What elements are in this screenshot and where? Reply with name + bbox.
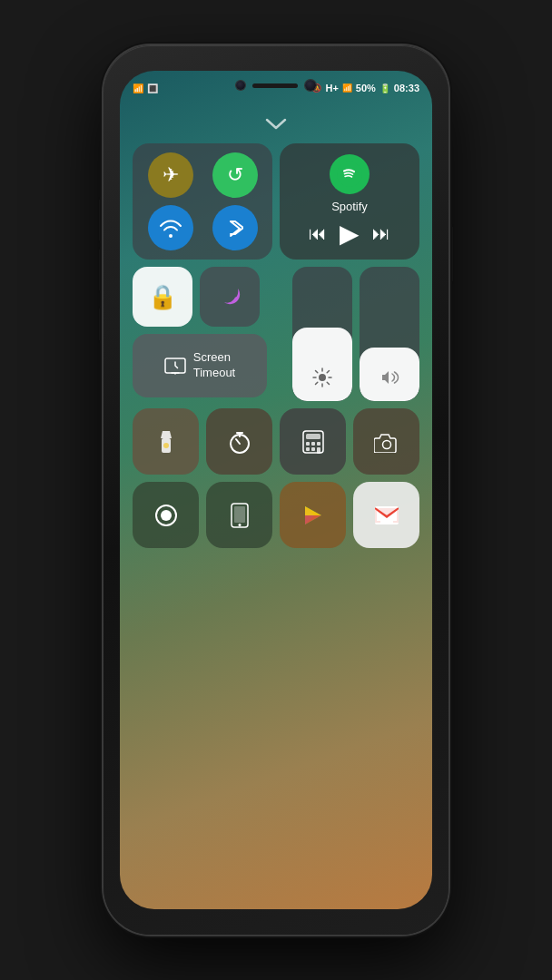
- lock-rotation-icon: 🔒: [148, 283, 177, 311]
- smart-view-button[interactable]: [206, 482, 272, 548]
- screen-timeout-button[interactable]: Screen Timeout: [133, 334, 267, 397]
- play-store-button[interactable]: [280, 482, 346, 548]
- svg-rect-17: [311, 442, 315, 446]
- screen-record-button[interactable]: [133, 482, 199, 548]
- svg-line-8: [327, 382, 329, 384]
- svg-rect-18: [317, 442, 320, 446]
- bottom-row-1: [133, 408, 419, 475]
- screen-timeout-icon: [164, 357, 186, 375]
- bluetooth-toggle-button[interactable]: [212, 205, 258, 250]
- middle-left: 🔒: [133, 267, 267, 401]
- clock: 08:33: [394, 83, 419, 93]
- rotation-lock-button[interactable]: ↺: [212, 152, 258, 198]
- spotify-logo: [330, 154, 370, 194]
- svg-line-7: [316, 371, 318, 373]
- phone-frame: 📶 🔳 🔕 H+ 📶 50% 🔋 08:33: [104, 45, 448, 935]
- gmail-icon: [375, 506, 399, 524]
- calculator-icon: [301, 429, 325, 455]
- spotify-widget[interactable]: Spotify ⏮ ▶ ⏭: [280, 143, 419, 260]
- rotate-icon: ↺: [227, 163, 243, 187]
- screen-timeout-row: Screen Timeout: [133, 334, 267, 397]
- battery-icon: 🔋: [380, 83, 390, 93]
- screen-timeout-text-line2: Timeout: [193, 366, 235, 381]
- slider-section: [292, 267, 419, 401]
- middle-section: 🔒: [133, 267, 419, 401]
- wifi-status-icon: 🔳: [147, 83, 158, 93]
- camera-icon: [374, 431, 399, 453]
- top-section: ✈ ↺: [133, 143, 419, 260]
- do-not-disturb-button[interactable]: [200, 267, 260, 327]
- phone-screen-icon: [230, 503, 250, 528]
- screen: 📶 🔳 🔕 H+ 📶 50% 🔋 08:33: [120, 71, 432, 909]
- screen-timeout-text-line1: Screen: [193, 350, 235, 366]
- svg-rect-21: [317, 447, 320, 454]
- camera-button[interactable]: [353, 408, 419, 475]
- airplane-mode-button[interactable]: ✈: [148, 152, 193, 198]
- flashlight-icon: [155, 429, 177, 455]
- svg-rect-15: [306, 434, 320, 439]
- front-camera: [305, 80, 316, 91]
- gmail-button[interactable]: [353, 482, 419, 548]
- volume-slider[interactable]: [360, 267, 419, 401]
- media-controls: ⏮ ▶ ⏭: [309, 219, 390, 249]
- airplane-icon: ✈: [163, 163, 179, 187]
- svg-rect-19: [306, 447, 310, 451]
- volume-icon: [380, 368, 399, 392]
- power-button[interactable]: [448, 227, 453, 281]
- signal-bars-icon: 📶: [342, 83, 352, 93]
- battery-percentage: 50%: [356, 83, 376, 93]
- screen-timeout-label: Screen Timeout: [193, 350, 235, 381]
- svg-point-0: [337, 162, 362, 187]
- svg-line-9: [327, 371, 329, 373]
- spotify-icon: [337, 162, 362, 187]
- moon-icon: [217, 284, 242, 309]
- chevron-down-icon[interactable]: [265, 116, 287, 135]
- spotify-label: Spotify: [331, 200, 368, 213]
- brightness-icon: [312, 368, 332, 392]
- record-icon: [153, 503, 179, 528]
- speaker: [252, 83, 298, 88]
- play-store-icon: [301, 504, 325, 527]
- svg-rect-16: [306, 442, 310, 446]
- prev-track-button[interactable]: ⏮: [309, 223, 327, 244]
- status-right-icons: 🔕 H+ 📶 50% 🔋 08:33: [311, 83, 419, 93]
- svg-rect-20: [311, 447, 315, 451]
- bottom-row-2: [133, 482, 419, 548]
- svg-point-12: [163, 443, 169, 448]
- quick-toggles: ✈ ↺: [133, 143, 272, 260]
- control-center-panel: ✈ ↺: [133, 143, 419, 891]
- lock-moon-row: 🔒: [133, 267, 267, 327]
- timer-button[interactable]: [206, 408, 272, 475]
- timer-icon: [227, 429, 252, 455]
- svg-point-22: [382, 440, 390, 448]
- svg-point-24: [161, 510, 172, 521]
- network-type-icon: H+: [325, 83, 338, 93]
- rear-sensor: [236, 81, 245, 90]
- svg-point-27: [238, 524, 241, 526]
- svg-line-10: [316, 382, 318, 384]
- flashlight-button[interactable]: [133, 408, 199, 475]
- svg-rect-26: [234, 506, 245, 523]
- rotation-lock-widget[interactable]: 🔒: [133, 267, 192, 327]
- signal-strength-icon: 📶: [133, 83, 143, 93]
- svg-point-2: [319, 374, 326, 381]
- calculator-button[interactable]: [280, 408, 346, 475]
- bixby-button[interactable]: [99, 309, 103, 340]
- play-pause-button[interactable]: ▶: [340, 219, 360, 249]
- next-track-button[interactable]: ⏭: [372, 223, 390, 244]
- status-left-icons: 📶 🔳: [133, 83, 158, 93]
- bluetooth-icon: [227, 216, 243, 240]
- wifi-icon: [158, 218, 183, 238]
- wifi-toggle-button[interactable]: [148, 205, 193, 250]
- brightness-slider[interactable]: [292, 267, 352, 401]
- top-sensors: [236, 80, 316, 91]
